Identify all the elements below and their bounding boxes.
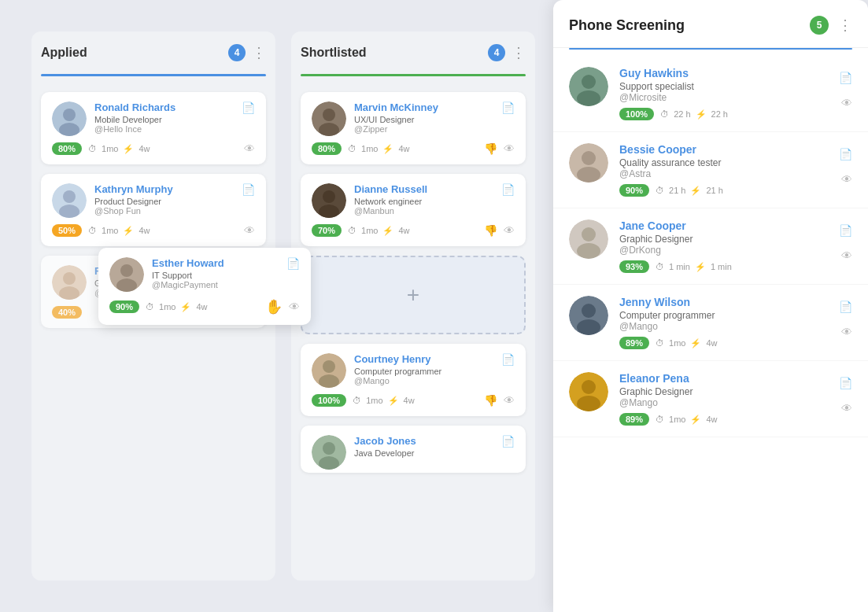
avatar-bessie [569,143,608,182]
avatar-marvin [312,101,346,136]
shortlisted-header: Shortlisted 4 ⋮ [301,44,526,61]
shortlisted-header-right: 4 ⋮ [488,44,526,61]
footer-courtney: 100% ⏱ 1mo ⚡ 4w 👎 👁 [312,394,515,407]
time-dianne: 1mo [361,226,378,235]
energy-jenny: 4w [706,338,717,348]
card-marvin-mckinney[interactable]: Marvin McKinney UX/UI Designer @Zipper 📄… [301,92,526,164]
panel-item-bessie[interactable]: Bessie Cooper Quality assurance tester @… [553,132,868,208]
info-bessie: Bessie Cooper Quality assurance tester @… [619,143,828,197]
percent-bessie: 90% [619,184,649,197]
energy-jane: 1 min [711,262,732,271]
card-kathryn-murphy[interactable]: Kathryn Murphy Product Designer @Shop Fu… [41,174,266,246]
avatar-jane [569,219,608,259]
add-card-area[interactable]: + [301,256,526,334]
name-ronald: Ronald Richards [94,101,234,113]
eye-icon-guy[interactable]: 👁 [841,97,852,109]
eye-icon-bessie[interactable]: 👁 [841,173,852,186]
card-courtney-henry[interactable]: Courtney Henry Computer programmer @Mang… [301,344,526,416]
applied-divider [41,74,266,76]
company-marvin: @Zipper [354,124,493,134]
eye-icon-jane[interactable]: 👁 [841,249,852,262]
add-icon: + [407,282,419,308]
bolt-icon-dianne: ⚡ [382,226,393,236]
company-esther: @MagicPayment [152,280,279,289]
eye-icon-ronald[interactable]: 👁 [244,142,255,155]
meta-esther: ⏱ 1mo ⚡ 4w [146,302,207,312]
doc-icon-dianne[interactable]: 📄 [501,183,515,196]
applied-menu-button[interactable]: ⋮ [252,46,266,60]
doc-icon-esther[interactable]: 📄 [286,257,300,270]
doc-icon-kathryn[interactable]: 📄 [242,183,255,196]
item-icons-bessie: 📄 👁 [839,143,852,187]
main-container: Applied 4 ⋮ [0,0,868,612]
time-eleanor: 1mo [669,415,685,424]
avatar-ralph [52,265,87,300]
panel-item-eleanor[interactable]: Eleanor Pena Graphic Designer @Mango 89%… [553,361,868,437]
doc-icon-eleanor[interactable]: 📄 [839,377,852,389]
eye-icon-marvin[interactable]: 👁 [504,142,515,155]
avatar-esther [109,257,144,292]
eye-icon-jenny[interactable]: 👁 [841,326,852,338]
eye-icon-kathryn[interactable]: 👁 [244,224,255,237]
doc-icon-jane[interactable]: 📄 [839,224,852,237]
doc-icon-jenny[interactable]: 📄 [839,300,852,313]
panel-badge: 5 [810,16,829,35]
svg-point-7 [63,272,76,285]
eye-icon-courtney[interactable]: 👁 [504,394,515,407]
floating-card-esther[interactable]: Esther Howard IT Support @MagicPayment 📄… [98,248,311,325]
applied-title: Applied [41,46,87,60]
percent-jenny: 89% [619,337,649,349]
role-kathryn: Product Designer [94,197,234,206]
clock-icon-bessie: ⏱ [656,186,664,195]
name-kathryn: Kathryn Murphy [94,183,234,195]
thumbdown-icon-courtney[interactable]: 👎 [484,394,497,407]
eye-icon-eleanor[interactable]: 👁 [841,402,852,415]
svg-point-10 [323,109,335,121]
shortlisted-menu-button[interactable]: ⋮ [512,46,526,60]
doc-icon-bessie[interactable]: 📄 [839,148,852,160]
company-bessie: @Astra [619,168,828,179]
role-jane: Graphic Designer [619,234,828,245]
clock-icon-guy: ⏱ [660,109,669,119]
info-marvin: Marvin McKinney UX/UI Designer @Zipper [354,101,493,134]
panel-item-jane[interactable]: Jane Cooper Graphic Designer @DrKong 93%… [553,208,868,285]
phone-screening-panel: Phone Screening 5 ⋮ Guy Hawkins [553,0,868,612]
card-ronald-richards[interactable]: Ronald Richards Mobile Developer @Hello … [41,92,266,164]
card-dianne-russell[interactable]: Dianne Russell Network engineer @Manbun … [301,174,526,246]
energy-guy: 22 h [711,109,728,119]
eye-icon-esther[interactable]: 👁 [289,300,300,313]
role-eleanor: Graphic Designer [619,386,828,397]
bolt-icon-guy: ⚡ [696,109,707,120]
doc-icon-guy[interactable]: 📄 [839,72,852,84]
footer-jenny: 89% ⏱ 1mo ⚡ 4w [619,337,828,349]
footer-dianne: 70% ⏱ 1mo ⚡ 4w 👎 👁 [312,224,515,237]
panel-item-jenny[interactable]: Jenny Wilson Computer programmer @Mango … [553,285,868,361]
time-marvin: 1mo [361,144,378,153]
footer-esther: 90% ⏱ 1mo ⚡ 4w ✋ 👁 [109,298,300,315]
avatar-ronald [52,101,87,136]
info-jenny: Jenny Wilson Computer programmer @Mango … [619,296,828,349]
name-eleanor: Eleanor Pena [619,372,828,385]
thumbdown-icon-marvin[interactable]: 👎 [484,142,497,155]
clock-icon-courtney: ⏱ [353,396,361,405]
svg-point-13 [323,190,335,203]
eye-icon-dianne[interactable]: 👁 [504,224,515,237]
avatar-jenny [569,296,608,335]
info-ronald: Ronald Richards Mobile Developer @Hello … [94,101,234,134]
doc-icon-jacob[interactable]: 📄 [501,435,515,448]
doc-icon-ronald[interactable]: 📄 [242,101,255,114]
svg-point-22 [120,264,133,277]
applied-header-right: 4 ⋮ [228,44,266,61]
thumbdown-icon-dianne[interactable]: 👎 [484,224,497,237]
company-guy: @Microsite [619,92,828,103]
time-ronald: 1mo [102,144,118,153]
panel-item-guy[interactable]: Guy Hawkins Support specialist @Microsit… [553,56,868,132]
footer-marvin: 80% ⏱ 1mo ⚡ 4w 👎 👁 [312,142,515,155]
doc-icon-marvin[interactable]: 📄 [501,101,515,114]
doc-icon-courtney[interactable]: 📄 [501,353,515,366]
energy-ronald: 4w [139,144,150,153]
name-guy: Guy Hawkins [619,67,828,79]
card-jacob-jones[interactable]: Jacob Jones Java Developer 📄 [301,426,526,473]
panel-menu-button[interactable]: ⋮ [838,18,852,32]
info-kathryn: Kathryn Murphy Product Designer @Shop Fu… [94,183,234,216]
